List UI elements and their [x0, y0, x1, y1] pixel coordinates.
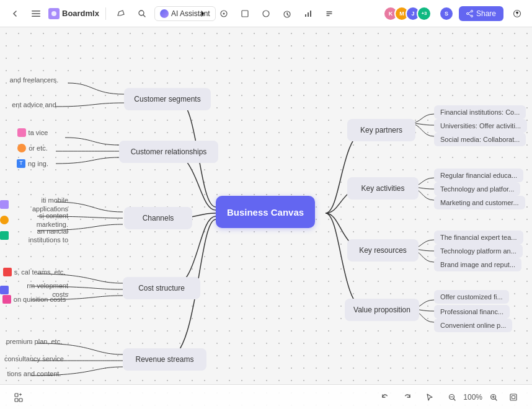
text-cost-1: s, cal teams, etc. [0, 268, 68, 276]
canvas-area[interactable]: Business Canvas Key partners Key activit… [0, 27, 532, 409]
svg-line-5 [143, 15, 145, 17]
text-rev-1: premium plan, etc. [0, 337, 68, 346]
tool-timer[interactable] [278, 5, 296, 22]
fit-view-button[interactable] [505, 389, 522, 406]
svg-rect-23 [15, 394, 18, 397]
svg-rect-22 [19, 398, 22, 402]
svg-line-18 [468, 14, 471, 15]
center-node[interactable]: Business Canvas [216, 196, 315, 228]
svg-point-16 [466, 12, 468, 14]
zoom-in-button[interactable] [485, 389, 502, 406]
svg-point-14 [471, 10, 472, 12]
branch-customer-relationships[interactable]: Customer relationships [119, 141, 218, 163]
svg-point-3 [51, 11, 56, 16]
svg-rect-12 [308, 12, 309, 17]
svg-line-17 [468, 11, 471, 12]
leaf-ka-3[interactable]: Marketing and customer... [434, 196, 525, 209]
tool-pen[interactable] [112, 5, 130, 22]
svg-rect-32 [512, 395, 515, 398]
svg-point-20 [516, 14, 517, 15]
svg-rect-21 [15, 398, 18, 402]
leaf-kp-1[interactable]: Financial institutions: Co... [434, 105, 526, 119]
text-cost-3: on quisition costs [0, 295, 68, 304]
leaf-kp-2[interactable]: Universities: Offer activiti... [434, 119, 527, 133]
branch-value-proposition[interactable]: Value proposition [345, 299, 419, 321]
leaf-kr-1[interactable]: The financial expert tea... [434, 231, 523, 244]
tool-chart[interactable] [299, 5, 317, 22]
branch-key-resources[interactable]: Key resources [347, 239, 419, 262]
add-frame-button[interactable] [10, 389, 27, 406]
tool-search[interactable] [133, 5, 151, 22]
avatar-group: K M J +3 [383, 6, 432, 21]
user-avatar: S [439, 6, 454, 21]
text-cr-3: T ng ing. [0, 159, 65, 168]
svg-rect-1 [32, 13, 40, 14]
text-rev-2: consultancy service [0, 354, 68, 363]
undo-button[interactable] [376, 389, 394, 406]
share-button[interactable]: Share [459, 6, 503, 21]
tool-cursor[interactable] [215, 5, 233, 22]
svg-point-9 [263, 11, 269, 17]
leaf-vp-2[interactable]: Professional financ... [434, 305, 510, 319]
top-toolbar: Boardmlx AI Assistant [0, 0, 532, 27]
svg-rect-13 [310, 11, 311, 17]
help-button[interactable] [508, 5, 526, 22]
svg-rect-31 [510, 394, 516, 400]
svg-point-7 [223, 12, 225, 14]
leaf-kr-2[interactable]: Technology platform an... [434, 244, 523, 258]
svg-point-15 [471, 15, 472, 17]
back-button[interactable] [6, 5, 24, 22]
text-ch-3: an nancial institutions to [0, 227, 68, 245]
avatar-count: +3 [417, 6, 432, 21]
branch-cost-structure[interactable]: Cost structure [123, 277, 200, 299]
separator [105, 7, 106, 20]
svg-line-28 [495, 398, 497, 400]
app-logo: Boardmlx [48, 8, 99, 19]
toolbar-right: K M J +3 S Share [383, 5, 526, 22]
share-label: Share [476, 9, 496, 18]
svg-rect-2 [32, 15, 40, 17]
svg-line-25 [454, 398, 456, 400]
zoom-control: 100% [443, 389, 522, 406]
branch-channels[interactable]: Channels [124, 207, 192, 229]
leaf-vp-1[interactable]: Offer customized fi... [434, 290, 509, 304]
branch-key-partners[interactable]: Key partners [347, 119, 415, 141]
branch-revenue-streams[interactable]: Revenue streams [123, 348, 206, 371]
branch-key-activities[interactable]: Key activities [347, 177, 419, 200]
tool-circle[interactable] [257, 5, 275, 22]
menu-button[interactable] [27, 5, 45, 22]
text-cr-1: ta vice [0, 128, 65, 137]
leaf-vp-3[interactable]: Convenient online p... [434, 319, 512, 332]
tool-more[interactable] [321, 5, 338, 22]
text-cs-1: and freelancers. [0, 76, 68, 84]
tool-forward[interactable] [194, 5, 211, 22]
svg-rect-11 [305, 14, 306, 17]
zoom-out-button[interactable] [443, 389, 461, 406]
tool-shape[interactable] [236, 5, 254, 22]
leaf-ka-2[interactable]: Technology and platfor... [434, 182, 520, 196]
cursor-button[interactable] [421, 389, 438, 406]
redo-button[interactable] [399, 389, 416, 406]
text-rev-3: tions and content. [0, 369, 68, 378]
svg-rect-8 [242, 11, 248, 17]
leaf-ka-1[interactable]: Regular financial educa... [434, 169, 523, 182]
text-cr-2: or etc. [0, 144, 65, 152]
bottom-toolbar: 100% [0, 384, 532, 409]
ai-icon [160, 9, 169, 18]
center-tools [194, 5, 338, 22]
leaf-kr-3[interactable]: Brand image and reput... [434, 258, 521, 271]
svg-rect-0 [32, 11, 40, 12]
zoom-level: 100% [463, 393, 482, 402]
leaf-kp-3[interactable]: Social media: Collaborat... [434, 133, 526, 146]
branch-customer-segments[interactable]: Customer segments [124, 88, 211, 110]
logo-icon [48, 8, 60, 19]
text-cs-2: ent advice and [0, 100, 68, 109]
app-name: Boardmlx [62, 9, 99, 18]
